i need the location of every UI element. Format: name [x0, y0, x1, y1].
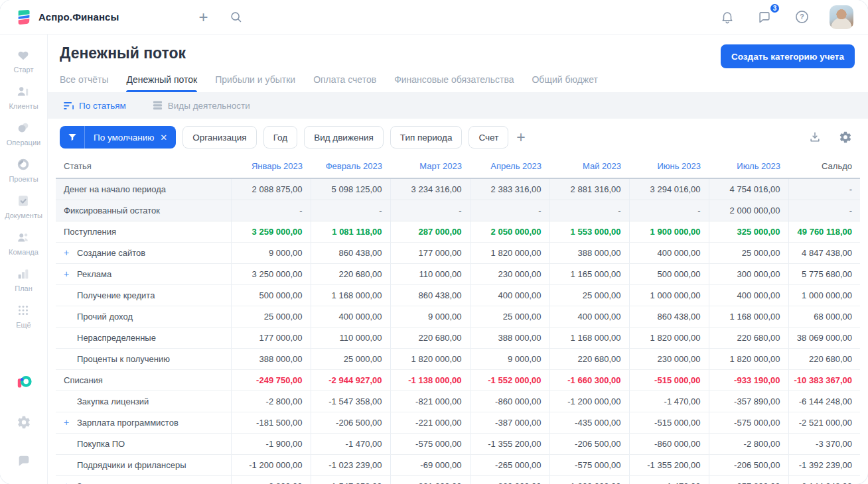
sidebar-item-projects[interactable]: Проекты [5, 152, 42, 188]
cell-value: -515 000,00 [629, 412, 709, 433]
row-label[interactable]: Проценты к получению [56, 348, 231, 369]
support-chat-button[interactable] [14, 451, 34, 471]
row-label-text: Поступления [64, 227, 116, 237]
filter-chip-2[interactable]: Год [263, 126, 298, 149]
export-button[interactable] [806, 128, 824, 147]
cell-value: -1 470,00 [629, 475, 709, 484]
clear-filter-icon[interactable] [160, 133, 167, 143]
row-label[interactable]: Реклама [56, 263, 231, 284]
row-label[interactable]: Подрядчики и фрилансеры [56, 454, 231, 475]
view-label: По статьям [79, 101, 126, 111]
settings-icon [17, 415, 31, 430]
expand-icon[interactable] [64, 417, 77, 428]
row-label[interactable]: Фиксированный остаток [56, 200, 231, 221]
sidebar-item-clients[interactable]: Клиенты [5, 79, 42, 115]
sidebar-item-more[interactable]: Ещё [5, 298, 42, 334]
aspro-logo-button[interactable] [13, 371, 35, 394]
tab-5[interactable]: Финансовые обязательства [394, 74, 514, 92]
messages-button[interactable]: 3 [755, 7, 774, 27]
cell-value: 3 259 000,00 [231, 221, 311, 242]
notifications-button[interactable] [717, 7, 737, 27]
row-label-text: Нераспределенные [77, 333, 156, 343]
expand-icon[interactable] [64, 247, 77, 258]
column-header: Май 2023 [549, 155, 629, 178]
cell-value: -860 000,00 [470, 475, 549, 484]
tab-2[interactable]: Денежный поток [126, 74, 197, 92]
active-filter-chip[interactable]: По умолчанию [60, 126, 176, 149]
sidebar-item-team[interactable]: Команда [5, 225, 42, 261]
cell-value: -1 552 000,00 [470, 369, 549, 391]
sidebar-item-plan[interactable]: План [5, 261, 42, 298]
sidebar-item-start[interactable]: Старт [5, 42, 42, 79]
cell-value: 1 553 000,00 [549, 221, 629, 242]
cell-value: 4 754 016,00 [709, 178, 788, 200]
help-button[interactable]: ? [792, 7, 812, 27]
cell-value: -181 500,00 [231, 412, 311, 433]
row-label[interactable]: Зарплата программистов [56, 475, 231, 484]
cell-value: - [470, 200, 549, 221]
expand-icon[interactable] [64, 269, 77, 279]
tab-3[interactable]: Прибыли и убытки [215, 74, 295, 92]
filter-chip-3[interactable]: Вид движения [304, 126, 384, 149]
row-label[interactable]: Закупка лицензий [56, 391, 231, 412]
sidebar-item-operations[interactable]: Операции [5, 115, 42, 152]
settings-button[interactable] [14, 412, 34, 432]
tab-4[interactable]: Оплата счетов [313, 74, 376, 92]
table-row: Списания-249 750,00-2 944 927,00-1 138 0… [56, 369, 860, 391]
tab-1[interactable]: Все отчёты [60, 74, 108, 92]
help-icon: ? [794, 9, 810, 25]
cell-value: -575 000,00 [390, 433, 470, 454]
row-label[interactable]: Получение кредита [56, 284, 231, 306]
row-label-text: Покупка ПО [77, 439, 125, 449]
cell-value: 287 000,00 [390, 221, 470, 242]
row-label[interactable]: Создание сайтов [56, 242, 231, 263]
expand-icon[interactable] [64, 481, 77, 484]
filter-chip-1[interactable]: Организация [182, 126, 256, 149]
filter-chip-5[interactable]: Счет [469, 126, 508, 149]
view-by-items[interactable]: По статьям [60, 100, 130, 111]
create-category-button[interactable]: Создать категорию учета [721, 44, 855, 68]
table-settings-button[interactable] [836, 128, 855, 147]
row-label[interactable]: Зарплата программистов [56, 412, 231, 433]
sidebar-item-documents[interactable]: Документы [5, 188, 42, 225]
row-label-text: Проценты к получению [77, 354, 170, 364]
cell-value: 3 234 316,00 [390, 178, 470, 200]
add-filter-button[interactable] [515, 130, 526, 145]
cell-value: -1 547 358,00 [311, 475, 390, 484]
filter-chip-4[interactable]: Тип периода [390, 126, 463, 149]
cell-value: -515 000,00 [629, 369, 709, 391]
tab-6[interactable]: Общий бюджет [532, 74, 597, 92]
cell-value: -1 900,00 [231, 433, 311, 454]
more-icon [16, 303, 31, 318]
cell-value: -933 190,00 [709, 369, 788, 391]
cell-value: 1 820 000,00 [629, 327, 709, 348]
cell-value: -206 500,00 [549, 433, 629, 454]
cell-value: 1 081 118,00 [311, 221, 390, 242]
view-label: Виды деятельности [168, 101, 250, 111]
cell-value: 4 847 438,00 [788, 242, 860, 263]
cell-value: 860 438,00 [311, 242, 390, 263]
row-label[interactable]: Покупка ПО [56, 433, 231, 454]
row-label[interactable]: Денег на начало периода [56, 178, 231, 200]
row-label[interactable]: Прочий доход [56, 306, 231, 327]
cell-value: -6 144 248,00 [788, 475, 860, 484]
cell-value: - [311, 200, 390, 221]
view-activity-types[interactable]: Виды деятельности [149, 100, 254, 111]
search-icon [229, 10, 243, 24]
by-items-icon [64, 101, 74, 110]
sidebar-item-label: Операции [7, 139, 40, 147]
sidebar-item-label: Ещё [16, 321, 31, 329]
search-button[interactable] [226, 7, 246, 27]
user-avatar[interactable] [830, 5, 853, 29]
operations-icon [16, 121, 31, 135]
row-label-text: Получение кредита [77, 290, 155, 300]
row-label-text: Денег на начало периода [64, 184, 166, 194]
row-label[interactable]: Списания [56, 369, 231, 391]
row-label[interactable]: Нераспределенные [56, 327, 231, 348]
row-label[interactable]: Поступления [56, 221, 231, 242]
cell-value: 400 000,00 [549, 306, 629, 327]
quick-create-button[interactable] [196, 7, 210, 28]
row-label-text: Фиксированный остаток [64, 206, 160, 215]
cell-value: 9 000,00 [470, 348, 549, 369]
table-row: Зарплата программистов-2 800,00-1 547 35… [56, 475, 860, 484]
